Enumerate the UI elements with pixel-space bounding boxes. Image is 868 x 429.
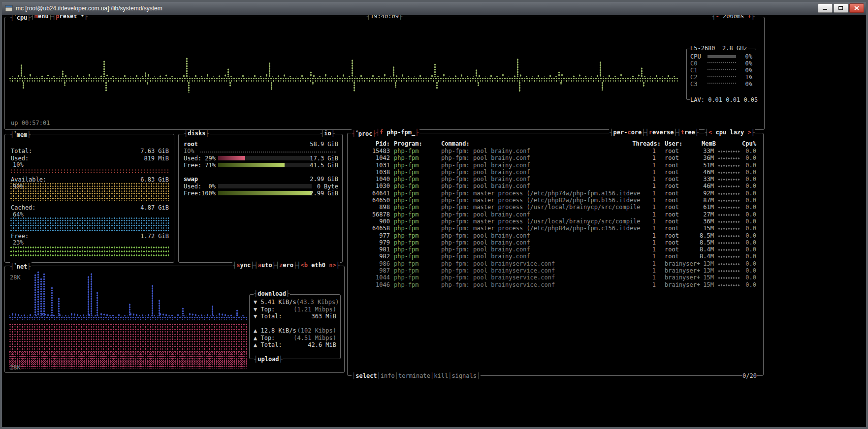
disk-root-io-label: IO% <box>184 148 194 154</box>
proc-footer: select info terminate kill signals <box>352 373 481 379</box>
interval-increase-button[interactable]: + <box>748 15 751 20</box>
disks-box-title: disks <box>184 130 209 137</box>
mem-free-percent: 23% <box>13 239 24 246</box>
cpu-box: ¹cpu menu preset * 19:40:09 - 2000ms + E… <box>4 17 765 130</box>
disk-swap-free-bar <box>218 191 312 195</box>
process-row[interactable]: 64641php-fpmphp-fpm: master process (/et… <box>351 190 759 197</box>
sort-label: cpu lazy <box>712 129 747 136</box>
net-zero-button[interactable]: zero <box>276 262 297 269</box>
process-row[interactable]: 1038php-fpmphp-fpm: pool brainy.conf1roo… <box>351 169 759 176</box>
process-row[interactable]: 898php-fpmphp-fpm: master process (/usr/… <box>351 204 759 211</box>
disk-swap-free-fill <box>218 191 312 195</box>
mem-free-value: 1.72 GiB <box>140 233 169 240</box>
terminate-button[interactable]: terminate <box>398 373 430 379</box>
tree-toggle[interactable]: tree <box>677 129 699 136</box>
net-download-graph <box>9 272 247 320</box>
proc-table-header: Pid: Program: Command: Threads: User: Me… <box>351 140 759 147</box>
sort-next-button[interactable]: > <box>748 129 751 136</box>
mem-available-value: 6.83 GiB <box>140 176 169 183</box>
process-row[interactable]: 1031php-fpmphp-fpm: pool brainy.conf1roo… <box>351 162 759 169</box>
iface-name: eth0 <box>308 262 329 269</box>
process-row[interactable]: 1044php-fpmphp-fpm: pool brainyservice.c… <box>351 274 759 281</box>
mem-total-value: 7.63 GiB <box>140 148 169 154</box>
download-label: download <box>254 291 289 297</box>
net-sync-button[interactable]: sync <box>233 262 254 269</box>
interval-decrease-button[interactable]: - <box>716 15 719 20</box>
process-row[interactable]: 979php-fpmphp-fpm: pool brainy.conf1root… <box>351 239 759 246</box>
cpu-total-meter <box>707 55 736 58</box>
process-row[interactable]: 982php-fpmphp-fpm: pool brainy.conf1root… <box>351 253 759 260</box>
iface-prev-button[interactable]: <b <box>301 262 308 269</box>
header-cpu: Cpu% <box>736 140 756 147</box>
reverse-toggle[interactable]: reverse <box>645 129 677 136</box>
sort-selector: < cpu lazy > <box>705 129 755 136</box>
process-row[interactable]: 15483php-fpmphp-fpm: pool brainy.conf1ro… <box>351 148 759 154</box>
mem-available-graph <box>10 183 169 201</box>
per-core-toggle[interactable]: per-core <box>610 129 645 136</box>
update-interval-control: - 2000ms + <box>711 15 755 20</box>
upload-speed-row: ▲ 12.8 KiB/s(102 Kibps) <box>250 327 340 335</box>
process-row[interactable]: 981php-fpmphp-fpm: pool brainy.conf1root… <box>351 246 759 253</box>
process-row[interactable]: 986php-fpmphp-fpm: pool brainyservice.co… <box>351 260 759 267</box>
mem-cached-percent: 64% <box>13 211 24 218</box>
disk-swap-used-value: 0 Byte <box>317 183 338 190</box>
kill-button[interactable]: kill <box>434 373 448 379</box>
select-button[interactable]: select <box>355 373 377 379</box>
proc-filter-input[interactable]: f php-fpm_ <box>376 129 419 137</box>
header-mem: MemB <box>687 140 716 147</box>
mem-total-label: Total: <box>11 148 32 154</box>
cpu-box-title: ¹cpu <box>10 15 31 21</box>
upload-top-row: ▲ Top:(4.51 Mibps) <box>250 335 340 342</box>
disk-root-used-bar <box>218 156 312 160</box>
process-row[interactable]: 1046php-fpmphp-fpm: pool brainyservice.c… <box>351 281 759 288</box>
net-auto-button[interactable]: auto <box>254 262 275 269</box>
process-row[interactable]: 1040php-fpmphp-fpm: pool brainy.conf1roo… <box>351 176 759 183</box>
disk-root-used-value: 17.3 GiB <box>310 155 338 162</box>
download-speed-row: ▼ 5.41 KiB/s(43.3 Kibps) <box>250 299 340 306</box>
info-button[interactable]: info <box>381 373 395 379</box>
disk-root-io-graph <box>200 148 336 153</box>
disks-box: disks io root 58.9 GiB IO% Used: 29% 17.… <box>178 134 343 263</box>
maximize-button[interactable] <box>834 3 848 13</box>
net-info-box: download ▼ 5.41 KiB/s(43.3 Kibps) ▼ Top:… <box>249 294 341 359</box>
window-title: mc [root@ub24.itdeveloper.com.ua]:/lib/s… <box>16 5 162 12</box>
process-row[interactable]: 64658php-fpmphp-fpm: master process (/et… <box>351 225 759 232</box>
menu-button[interactable]: menu <box>31 15 52 21</box>
close-button[interactable] <box>849 3 864 13</box>
process-row[interactable]: 64650php-fpmphp-fpm: master process (/et… <box>351 197 759 204</box>
titlebar[interactable]: mc [root@ub24.itdeveloper.com.ua]:/lib/s… <box>2 2 866 15</box>
app-icon <box>5 4 13 12</box>
disk-root-free-fill <box>218 163 285 167</box>
disk-root-free-label: Free: 71% <box>184 162 216 169</box>
mem-used-value: 819 MiB <box>144 155 169 162</box>
disk-root-free-bar <box>218 163 312 167</box>
process-row[interactable]: 977php-fpmphp-fpm: pool brainy.conf1root… <box>351 232 759 239</box>
proc-position-indicator: 0/20 <box>742 373 757 379</box>
process-row[interactable]: 1042php-fpmphp-fpm: pool brainy.conf1roo… <box>351 154 759 161</box>
net-scale-bottom: 28K <box>10 364 21 371</box>
terminal: ¹cpu menu preset * 19:40:09 - 2000ms + E… <box>2 15 866 427</box>
mem-cached-graph <box>10 217 169 232</box>
uptime-label: up 00:57:01 <box>11 120 50 126</box>
process-row[interactable]: 900php-fpmphp-fpm: master process (/usr/… <box>351 218 759 225</box>
header-command: Command: <box>441 140 470 147</box>
disk-swap-used-label: Used: 0% <box>184 183 216 190</box>
process-row[interactable]: 987php-fpmphp-fpm: pool brainyservice.co… <box>351 267 759 274</box>
iface-next-button[interactable]: n> <box>329 262 336 269</box>
cpu-info-box: E5-2680 2.8 GHz CPU0% C00% C10% C21% C30… <box>686 49 756 100</box>
disk-swap-name: swap <box>184 176 198 183</box>
net-box: ³net sync auto zero <b eth0 n> 28K 28K d… <box>4 266 345 373</box>
header-program: Program: <box>394 140 422 147</box>
mem-free-label: Free: <box>11 233 29 240</box>
process-row[interactable]: 1030php-fpmphp-fpm: pool brainy.conf1roo… <box>351 183 759 189</box>
proc-box: ⁴proc f php-fpm_ per-core reverse tree <… <box>347 133 764 376</box>
upload-label: upload <box>254 356 283 363</box>
cpu-model: E5-2680 2.8 GHz <box>690 45 747 52</box>
preset-button[interactable]: preset * <box>52 15 88 21</box>
process-row[interactable]: 56878php-fpmphp-fpm: pool brainy.conf1ro… <box>351 211 759 218</box>
signals-button[interactable]: signals <box>451 373 477 379</box>
io-toggle[interactable]: io <box>321 130 335 137</box>
disk-root-size: 58.9 GiB <box>310 141 338 148</box>
cpu-total-row: CPU0% <box>687 53 756 60</box>
minimize-button[interactable] <box>818 3 833 13</box>
